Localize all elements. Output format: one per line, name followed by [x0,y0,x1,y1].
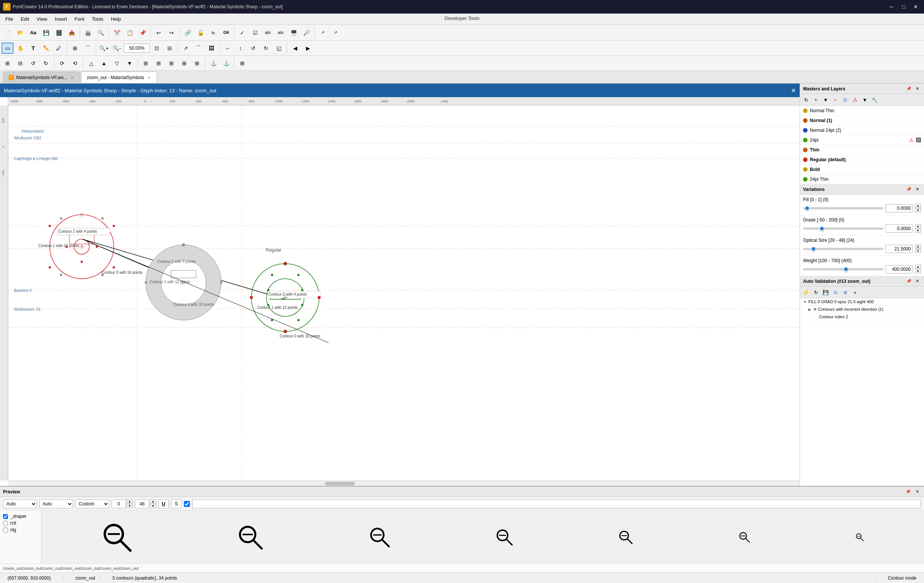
tb3-btn7[interactable]: △ [85,58,97,69]
redo-button[interactable]: ↪ [165,27,178,38]
master-item-normal-24pt[interactable]: Normal 24pt (2) [800,125,924,135]
cut-button[interactable]: ✂️ [111,27,123,38]
validation-close-btn[interactable]: ✕ [914,278,921,285]
preview-select-1[interactable]: Auto [3,499,37,509]
tb3-grid[interactable]: ⊞ [140,58,152,69]
export-button[interactable]: 📤 [66,27,78,38]
val-item-fill[interactable]: ▼ FILL 0 GRAD 0 opsz 21.5 wght 400 [800,298,924,305]
formula-button[interactable]: fx [207,27,219,38]
rclt-checkbox[interactable] [3,521,8,526]
tb3-btn4[interactable]: ↻ [40,58,52,69]
var-fill-value[interactable]: 0.0000 [886,204,913,212]
close-button[interactable]: ✕ [911,2,921,11]
tb3-btn3[interactable]: ↺ [27,58,39,69]
val-item-contour2[interactable]: Contour index 2 [800,313,924,321]
validate-button[interactable]: ✓ [236,27,248,38]
master-add-btn[interactable]: + [811,95,820,104]
master-item-thin[interactable]: Thin [800,145,924,155]
flip-h-btn[interactable]: ↔ [221,43,234,54]
abc-button[interactable]: abc [262,27,274,38]
master-item-regular[interactable]: Regular (default) [800,155,924,165]
preview-size2-up[interactable]: ▲ [150,499,156,504]
var-grade-down[interactable]: ▼ [915,229,921,233]
tab-materialsymbols[interactable]: F MaterialSymbols-VF.wo... × [3,72,80,83]
var-wght-slider[interactable] [803,268,883,270]
var-fill-slider[interactable] [803,207,883,209]
var-fill-up[interactable]: ▲ [915,204,921,208]
check-button[interactable]: ☑ [249,27,261,38]
spell-button[interactable]: abc [275,27,287,38]
tb3-anchor[interactable]: ⚓ [207,58,219,69]
tab-zoomout[interactable]: zoom_out - MaterialSymbols × [81,72,157,83]
var-wght-thumb[interactable] [843,267,849,272]
rotate-r-btn[interactable]: ↻ [260,43,272,54]
scrollbar-thumb-h[interactable] [325,482,355,486]
val-refresh-btn[interactable]: ↻ [811,288,820,297]
tb3-btn6[interactable]: ⟲ [69,58,81,69]
masters-pin-btn[interactable]: 📌 [905,85,913,93]
master-item-24pt-thin[interactable]: 24pt Thin [800,175,924,184]
zoom-area-btn[interactable]: ⊞ [69,43,81,54]
menu-insert[interactable]: Insert [51,15,71,23]
menu-edit[interactable]: Edit [17,15,33,23]
zoom-out-btn[interactable]: 🔍- [111,43,123,54]
tb3-btn1[interactable]: ⊞ [2,58,13,69]
font-button[interactable]: Aa [27,27,39,38]
val-save-btn[interactable]: 💾 [821,288,830,297]
var-grade-value[interactable]: 0.0000 [886,224,913,233]
preview-strikethrough-btn[interactable]: S [171,499,182,509]
tb3-btn9[interactable]: ▽ [111,58,123,69]
master-item-bold[interactable]: Bold [800,165,924,175]
var-grade-up[interactable]: ▲ [915,224,921,228]
select-tool[interactable]: ▭ [2,43,13,54]
gen-button[interactable]: ↗ [317,27,328,38]
preview-select-2[interactable]: Auto [39,499,73,509]
gen2-button[interactable]: ↗ [329,27,342,38]
variations-close-btn[interactable]: ✕ [914,186,921,193]
minimize-button[interactable]: ─ [886,2,897,11]
preview-checkbox[interactable] [184,501,190,507]
preview-size1-up[interactable]: ▲ [127,499,133,504]
preview-text-input[interactable] [192,499,921,509]
validation-pin-btn[interactable]: 📌 [905,278,913,285]
paste-button[interactable]: 📌 [137,27,148,38]
preview-size1-input[interactable] [112,499,126,509]
maximize-button[interactable]: □ [898,2,909,11]
preview-select-custom[interactable]: Custom [75,499,109,509]
glyph-header-close[interactable]: ✕ [791,87,796,94]
menu-font[interactable]: Font [71,15,88,23]
unlink-button[interactable]: 🔓 [195,27,206,38]
masters-close-btn[interactable]: ✕ [914,85,921,93]
image-tool[interactable]: 🖼 [205,43,218,54]
fwd-btn[interactable]: ▶ [302,43,314,54]
tb3-anchor2[interactable]: ⚓ [220,58,232,69]
save-button[interactable]: 💾 [40,27,52,38]
val-apply-btn[interactable]: ⊙ [831,288,840,297]
tb3-grid4[interactable]: ⊞ [178,58,190,69]
preview-pin-btn[interactable]: 📌 [904,488,912,496]
text-tool[interactable]: T [27,43,39,54]
undo-button[interactable]: ↩ [153,27,165,38]
var-grade-slider[interactable] [803,227,883,230]
rotate-l-btn[interactable]: ↺ [247,43,259,54]
preview-size1-down[interactable]: ▼ [127,504,133,508]
master-add-dropdown-btn[interactable]: ▼ [821,95,830,104]
back-btn[interactable]: ◀ [289,43,301,54]
variations-pin-btn[interactable]: 📌 [905,186,913,193]
var-opsz-up[interactable]: ▲ [915,244,921,249]
link-button[interactable]: 🔗 [182,27,194,38]
monitor-button[interactable]: 🖥️ [287,27,300,38]
new-button[interactable]: 📄 [2,27,13,38]
menu-help[interactable]: Help [107,15,125,23]
master-add-dropdown2-btn[interactable]: ▼ [860,95,870,104]
tb3-grid2[interactable]: ⊞ [153,58,165,69]
script-button[interactable]: GN [220,27,232,38]
var-fill-down[interactable]: ▼ [915,208,921,212]
copy-button[interactable]: 📋 [124,27,136,38]
flip-v-btn[interactable]: ↕ [234,43,246,54]
master-circle-btn[interactable]: ⊙ [841,95,850,104]
rlig-checkbox[interactable] [3,528,8,532]
master-wrench-btn[interactable]: 🔧 [870,95,879,104]
tb3-table[interactable]: ⊞ [236,58,248,69]
tb3-grid5[interactable]: ⊞ [191,58,203,69]
